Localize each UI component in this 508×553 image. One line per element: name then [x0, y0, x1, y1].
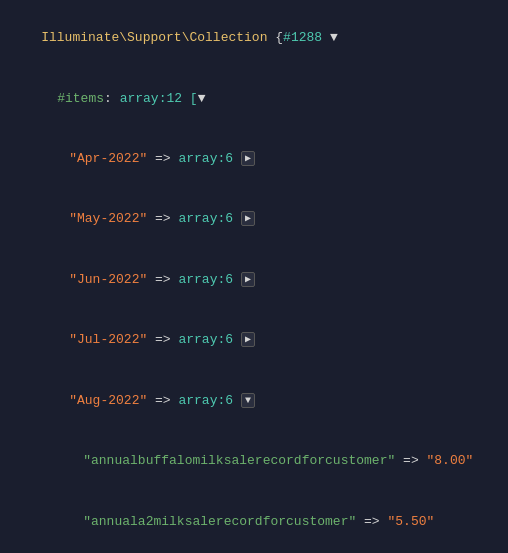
list-item: "Apr-2022" => array:6 ▶ — [10, 129, 498, 189]
expand-jun-2022[interactable]: ▶ — [241, 272, 255, 287]
list-item: "Jun-2022" => array:6 ▶ — [10, 250, 498, 310]
expand-may-2022[interactable]: ▶ — [241, 211, 255, 226]
debug-output: Illuminate\Support\Collection {#1288 ▼ #… — [0, 0, 508, 553]
expand-jul-2022[interactable]: ▶ — [241, 332, 255, 347]
list-item: "annuala2milksalerecordforcustomer" => "… — [10, 491, 498, 551]
expand-aug-2022[interactable]: ▼ — [241, 393, 255, 408]
list-item: "Aug-2022" => array:6 ▼ — [10, 371, 498, 431]
items-header: #items: array:12 [▼ — [10, 68, 498, 128]
list-item: "May-2022" => array:6 ▶ — [10, 189, 498, 249]
class-header: Illuminate\Support\Collection {#1288 ▼ — [10, 8, 498, 68]
list-item: "annualbuffalomilksalerecordforcustomer"… — [10, 431, 498, 491]
class-name: Illuminate\Support\Collection — [41, 30, 267, 45]
list-item: "Jul-2022" => array:6 ▶ — [10, 310, 498, 370]
expand-apr-2022[interactable]: ▶ — [241, 151, 255, 166]
